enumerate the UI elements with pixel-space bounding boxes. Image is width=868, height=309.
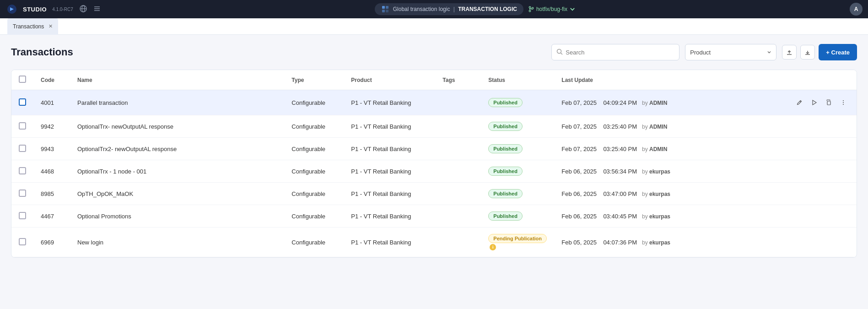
row-checkbox[interactable] bbox=[19, 145, 26, 152]
row-tags bbox=[435, 228, 481, 257]
page-title: Transactions bbox=[11, 46, 546, 58]
svg-rect-7 bbox=[382, 6, 385, 9]
col-header-lastupdate: Last Update bbox=[554, 70, 786, 90]
row-checkbox-cell bbox=[11, 228, 33, 257]
download-button[interactable] bbox=[800, 45, 815, 60]
close-icon[interactable]: ✕ bbox=[49, 23, 53, 29]
svg-point-23 bbox=[843, 102, 844, 103]
status-badge: Published bbox=[488, 122, 523, 131]
info-icon[interactable]: i bbox=[490, 244, 496, 250]
row-product: P1 - VT Retail Banking bbox=[344, 183, 435, 205]
row-date: Feb 07, 2025 bbox=[561, 99, 597, 106]
row-time: 03:56:34 PM bbox=[603, 168, 637, 175]
table-row: 4001 Parallel transaction Configurable P… bbox=[11, 90, 857, 115]
row-time: 04:07:36 PM bbox=[603, 239, 637, 246]
row-code: 8985 bbox=[33, 183, 70, 205]
product-dropdown[interactable]: Product bbox=[685, 44, 776, 60]
row-name: OpTH_OpOK_MaOK bbox=[70, 183, 284, 205]
row-name: OptionalTrx2- newOutputAL response bbox=[70, 138, 284, 160]
search-input[interactable] bbox=[566, 49, 674, 56]
row-checkbox[interactable] bbox=[19, 212, 26, 219]
project-pill[interactable]: Global transaction logic | TRANSACTION L… bbox=[375, 3, 523, 15]
row-time: 03:40:45 PM bbox=[603, 213, 637, 220]
branch-name: hotfix/bug-fix bbox=[536, 6, 567, 12]
table-row: 4467 Optional Promotions Configurable P1… bbox=[11, 205, 857, 228]
tab-transactions[interactable]: Transactions ✕ bbox=[7, 18, 58, 35]
row-tags bbox=[435, 205, 481, 228]
row-lastupdate: Feb 07, 2025 04:09:24 PM by ADMIN bbox=[554, 90, 786, 115]
row-actions-cell bbox=[786, 183, 857, 205]
svg-rect-10 bbox=[386, 10, 388, 12]
row-checkbox-cell bbox=[11, 138, 33, 160]
row-code: 9943 bbox=[33, 138, 70, 160]
col-header-code: Code bbox=[33, 70, 70, 90]
svg-point-11 bbox=[529, 6, 531, 8]
row-author: by ekurpas bbox=[642, 239, 670, 246]
row-tags bbox=[435, 90, 481, 115]
create-button[interactable]: + Create bbox=[819, 44, 857, 60]
table-row: 8985 OpTH_OpOK_MaOK Configurable P1 - VT… bbox=[11, 183, 857, 205]
row-status: Published bbox=[481, 138, 554, 160]
more-button[interactable] bbox=[837, 97, 849, 108]
status-badge: Pending Publication bbox=[488, 234, 547, 243]
project-title: Global transaction logic | TRANSACTION L… bbox=[393, 6, 517, 12]
row-checkbox[interactable] bbox=[19, 238, 26, 245]
search-bar[interactable] bbox=[551, 44, 679, 60]
row-author: by ADMIN bbox=[642, 100, 667, 106]
col-header-product: Product bbox=[344, 70, 435, 90]
row-actions-cell bbox=[786, 205, 857, 228]
row-actions-cell bbox=[786, 115, 857, 138]
nav-right: A bbox=[850, 3, 863, 16]
row-author: by ekurpas bbox=[642, 191, 670, 197]
col-header-status: Status bbox=[481, 70, 554, 90]
row-date: Feb 06, 2025 bbox=[561, 213, 597, 220]
row-checkbox[interactable] bbox=[19, 98, 26, 106]
select-all-header bbox=[11, 70, 33, 90]
status-badge: Published bbox=[488, 189, 523, 198]
row-code: 9942 bbox=[33, 115, 70, 138]
status-badge: Published bbox=[488, 167, 523, 176]
row-name: Optional Promotions bbox=[70, 205, 284, 228]
svg-point-12 bbox=[529, 10, 531, 12]
hamburger-icon[interactable] bbox=[93, 5, 101, 14]
chevron-down-icon bbox=[569, 6, 576, 12]
edit-button[interactable] bbox=[793, 97, 805, 108]
row-name: OptionalTrx - 1 node - 001 bbox=[70, 160, 284, 183]
user-avatar[interactable]: A bbox=[850, 3, 863, 16]
table-row: 9942 OptionalTrx- newOutputAL response C… bbox=[11, 115, 857, 138]
select-all-checkbox[interactable] bbox=[19, 76, 26, 83]
row-status: Published bbox=[481, 160, 554, 183]
row-code: 4001 bbox=[33, 90, 70, 115]
row-name: OptionalTrx- newOutputAL response bbox=[70, 115, 284, 138]
row-author: by ekurpas bbox=[642, 168, 670, 175]
row-product: P1 - VT Retail Banking bbox=[344, 228, 435, 257]
row-checkbox[interactable] bbox=[19, 190, 26, 197]
row-actions-cell bbox=[786, 90, 857, 115]
svg-point-15 bbox=[557, 49, 561, 53]
nav-center: Global transaction logic | TRANSACTION L… bbox=[105, 3, 845, 15]
row-name: New login bbox=[70, 228, 284, 257]
row-tags bbox=[435, 115, 481, 138]
svg-marker-20 bbox=[813, 100, 816, 105]
row-type: Configurable bbox=[284, 115, 344, 138]
row-tags bbox=[435, 138, 481, 160]
app-name: STUDIO bbox=[23, 6, 47, 13]
svg-rect-8 bbox=[386, 6, 388, 9]
row-checkbox[interactable] bbox=[19, 167, 26, 174]
upload-button[interactable] bbox=[782, 45, 797, 60]
row-date: Feb 06, 2025 bbox=[561, 190, 597, 197]
col-header-type: Type bbox=[284, 70, 344, 90]
copy-button[interactable] bbox=[823, 97, 835, 108]
status-badge: Published bbox=[488, 144, 523, 153]
row-type: Configurable bbox=[284, 90, 344, 115]
transactions-table: Code Name Type Product Tags Status Last … bbox=[11, 70, 857, 258]
row-checkbox[interactable] bbox=[19, 122, 26, 130]
run-button[interactable] bbox=[808, 97, 820, 108]
row-actions-cell bbox=[786, 138, 857, 160]
globe-icon[interactable] bbox=[80, 5, 87, 14]
svg-rect-9 bbox=[382, 10, 385, 12]
col-header-tags: Tags bbox=[435, 70, 481, 90]
row-checkbox-cell bbox=[11, 205, 33, 228]
table-row: 6969 New login Configurable P1 - VT Reta… bbox=[11, 228, 857, 257]
branch-selector[interactable]: hotfix/bug-fix bbox=[528, 3, 576, 15]
